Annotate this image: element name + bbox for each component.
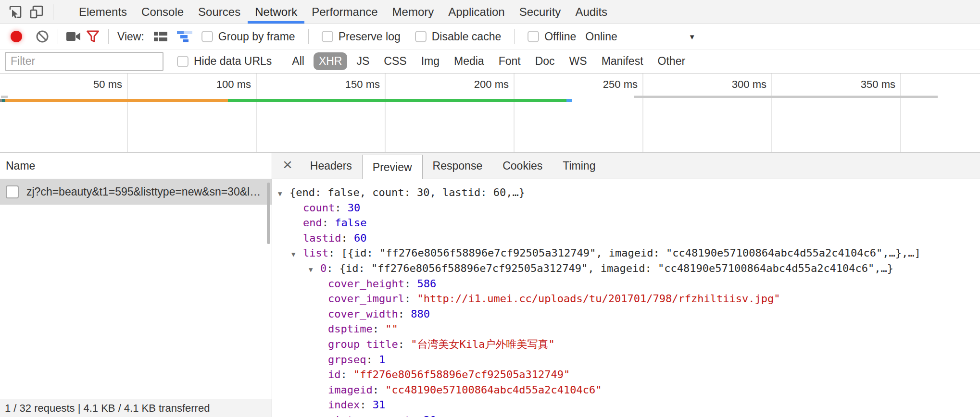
json-colon: :	[322, 217, 335, 229]
view-label: View:	[117, 30, 144, 43]
list-view-icon[interactable]	[151, 27, 170, 46]
offline-checkbox[interactable]	[528, 31, 539, 42]
filter-input[interactable]	[5, 52, 163, 71]
offline-label: Offline	[544, 30, 576, 43]
tab-elements[interactable]: Elements	[72, 0, 134, 24]
filter-type-font[interactable]: Font	[493, 52, 526, 70]
tree-row-group-title[interactable]: group_title: "台湾美女Kila户外唯美写真"	[272, 337, 980, 352]
tab-security[interactable]: Security	[512, 0, 568, 24]
request-checkbox[interactable]	[6, 185, 19, 198]
detail-tab-cookies[interactable]: Cookies	[492, 153, 553, 179]
filter-type-media[interactable]: Media	[449, 52, 490, 70]
tab-bar: ElementsConsoleSourcesNetworkPerformance…	[0, 0, 980, 24]
request-bar-end	[566, 99, 572, 102]
json-colon: :	[398, 338, 411, 350]
throttling-select[interactable]: Online	[585, 30, 617, 43]
tab-network[interactable]: Network	[248, 0, 304, 24]
tree-row-imageid[interactable]: imageid: "cc48190e57100864abc4d55a2c4104…	[272, 382, 980, 398]
detail-tab-timing[interactable]: Timing	[553, 153, 605, 179]
filter-type-xhr[interactable]: XHR	[314, 52, 348, 70]
disable-cache-toggle[interactable]: Disable cache	[415, 30, 501, 43]
json-colon: :	[335, 202, 348, 214]
json-preview: [{id: "ff276e8056f58896e7cf92505a312749"…	[341, 247, 920, 259]
hide-data-urls-toggle[interactable]: Hide data URLs	[177, 55, 272, 68]
tab-application[interactable]: Application	[441, 0, 512, 24]
tree-row-picture-count[interactable]: picture_count: 30	[272, 413, 980, 417]
filter-type-other[interactable]: Other	[653, 52, 691, 70]
filmstrip-camera-icon[interactable]	[64, 27, 83, 46]
disable-cache-checkbox[interactable]	[415, 31, 427, 42]
toolbar-separator	[58, 29, 58, 44]
tree-row-grpseq[interactable]: grpseq: 1	[272, 352, 980, 368]
name-column-header[interactable]: Name	[0, 153, 272, 179]
filter-type-img[interactable]: Img	[416, 52, 445, 70]
filter-type-ws[interactable]: WS	[564, 52, 592, 70]
device-toolbar-icon[interactable]	[26, 1, 47, 23]
expander-icon[interactable]: ▼	[291, 247, 303, 262]
group-by-frame-toggle[interactable]: Group by frame	[201, 30, 295, 43]
request-row[interactable]: zj?ch=beauty&t1=595&listtype=new&sn=30&l…	[0, 179, 272, 205]
json-value: 31	[373, 399, 386, 411]
preserve-log-checkbox[interactable]	[322, 31, 333, 42]
filter-type-doc[interactable]: Doc	[530, 52, 560, 70]
filter-type-css[interactable]: CSS	[378, 52, 412, 70]
inspect-element-icon[interactable]	[5, 1, 26, 23]
tree-row-root[interactable]: ▼{end: false, count: 30, lastid: 60,…}	[272, 185, 980, 200]
tree-row-cover-imgurl[interactable]: cover_imgurl: "http://i1.umei.cc/uploads…	[272, 291, 980, 307]
offline-toggle[interactable]: Offline	[528, 30, 576, 43]
requests-list-empty-area	[0, 205, 272, 399]
ruler-gridline	[514, 74, 515, 152]
ruler-gridline	[900, 74, 901, 152]
json-value: 30	[424, 414, 437, 417]
filter-type-js[interactable]: JS	[351, 52, 375, 70]
hide-data-urls-checkbox[interactable]	[177, 56, 188, 67]
expander-icon[interactable]: ▼	[278, 186, 289, 202]
json-value: 880	[411, 308, 430, 320]
json-colon: :	[373, 384, 386, 396]
overview-timeline[interactable]: 50 ms100 ms150 ms200 ms250 ms300 ms350 m…	[0, 74, 980, 153]
tree-row-lastid[interactable]: lastid: 60	[272, 231, 980, 246]
tree-row-dsptime[interactable]: dsptime: ""	[272, 321, 980, 337]
tab-audits[interactable]: Audits	[568, 0, 615, 24]
tab-performance[interactable]: Performance	[304, 0, 385, 24]
tree-row-id[interactable]: id: "ff276e8056f58896e7cf92505a312749"	[272, 367, 980, 382]
disable-cache-label: Disable cache	[432, 30, 501, 43]
clear-icon[interactable]	[33, 27, 52, 46]
tab-console[interactable]: Console	[134, 0, 191, 24]
waterfall-view-icon[interactable]	[175, 27, 194, 46]
detail-tab-response[interactable]: Response	[423, 153, 493, 179]
detail-tabs-container: HeadersPreviewResponseCookiesTiming	[300, 153, 606, 179]
filter-funnel-icon[interactable]	[83, 27, 102, 46]
ruler-label: 50 ms	[93, 78, 127, 91]
main-tabs: ElementsConsoleSourcesNetworkPerformance…	[72, 0, 615, 24]
tree-row-0[interactable]: ▼0: {id: "ff276e8056f58896e7cf92505a3127…	[272, 261, 980, 276]
json-key: dsptime	[328, 323, 373, 335]
ruler-label: 100 ms	[216, 78, 256, 91]
ruler-label: 200 ms	[474, 78, 514, 91]
tree-row-list[interactable]: ▼list: [{id: "ff276e8056f58896e7cf92505a…	[272, 245, 980, 261]
detail-tab-headers[interactable]: Headers	[300, 153, 362, 179]
filter-type-all[interactable]: All	[287, 52, 310, 70]
filter-type-manifest[interactable]: Manifest	[596, 52, 649, 70]
toolbar-separator	[53, 4, 53, 20]
json-value: 30	[348, 202, 361, 214]
json-key: picture_count	[328, 414, 411, 417]
tree-row-end[interactable]: end: false	[272, 215, 980, 231]
scrollbar-thumb[interactable]	[267, 183, 270, 244]
expander-icon[interactable]: ▼	[309, 262, 320, 278]
record-button[interactable]	[11, 31, 22, 42]
tree-row-index[interactable]: index: 31	[272, 397, 980, 413]
tree-row-cover-width[interactable]: cover_width: 880	[272, 307, 980, 322]
tree-row-cover-height[interactable]: cover_height: 586	[272, 276, 980, 292]
ruler-gridline	[642, 74, 643, 152]
detail-tab-preview[interactable]: Preview	[362, 155, 423, 179]
group-by-frame-checkbox[interactable]	[201, 31, 213, 42]
chevron-down-icon[interactable]: ▼	[689, 33, 696, 41]
json-colon: :	[360, 399, 373, 411]
ruler-gridline	[256, 74, 257, 152]
tree-row-count[interactable]: count: 30	[272, 200, 980, 216]
tab-sources[interactable]: Sources	[191, 0, 248, 24]
preserve-log-toggle[interactable]: Preserve log	[322, 30, 401, 43]
close-icon[interactable]: ×	[283, 156, 292, 172]
tab-memory[interactable]: Memory	[385, 0, 441, 24]
